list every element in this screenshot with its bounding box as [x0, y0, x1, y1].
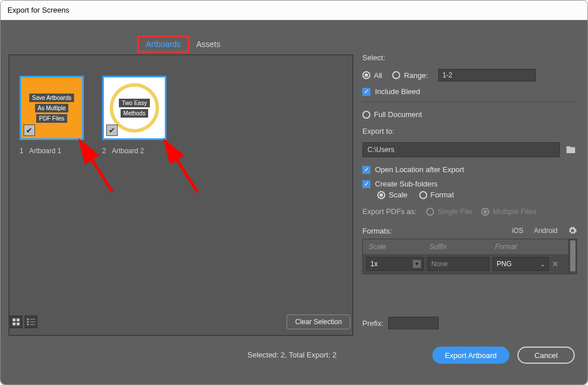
svg-rect-7 [30, 319, 35, 320]
artboard-thumb-2[interactable]: Two Easy Methods ✔ [102, 76, 167, 140]
scale-dropdown[interactable]: 1x ▼ [366, 257, 424, 271]
svg-rect-6 [27, 318, 29, 320]
folder-icon[interactable] [564, 145, 577, 155]
radio-dot-icon [362, 111, 370, 119]
col-scale-header: Scale [363, 239, 424, 254]
svg-rect-5 [17, 322, 20, 325]
radio-range-label: Range: [404, 71, 428, 80]
radio-dot-icon [481, 208, 489, 216]
checkbox-check-icon: ✓ [362, 180, 370, 188]
thumb-label: Artboard 1 [29, 147, 61, 155]
view-list-icon[interactable] [25, 316, 37, 328]
artboard-thumb-1[interactable]: Save Artboards As Multiple PDF Files ✔ [20, 76, 84, 140]
radio-pdf-multiple: Multiple Files [481, 207, 536, 216]
col-format-header: Format [489, 239, 547, 254]
pdf-multiple-label: Multiple Files [493, 207, 536, 216]
svg-rect-8 [27, 321, 29, 323]
col-suffix-header: Suffix [424, 239, 489, 254]
radio-dot-icon [377, 191, 385, 199]
prefix-input[interactable] [388, 317, 439, 329]
thumb-label: Artboard 2 [112, 147, 144, 155]
export-to-heading: Export to: [362, 127, 577, 135]
status-text: Selected: 2, Total Export: 2 [247, 351, 336, 359]
svg-rect-2 [13, 318, 16, 321]
suffix-value: None [431, 260, 448, 268]
radio-range[interactable]: Range: [392, 71, 428, 80]
radio-subfolder-format[interactable]: Format [419, 190, 454, 199]
thumb-selected-check-icon[interactable]: ✔ [24, 125, 35, 136]
thumb-text: As Multiple [35, 104, 69, 112]
radio-dot-icon [419, 191, 427, 199]
remove-format-button[interactable]: ✕ [549, 259, 562, 269]
thumb-selected-check-icon[interactable]: ✔ [106, 125, 118, 136]
thumb-text: Two Easy [119, 99, 149, 107]
subfolder-scale-label: Scale [389, 190, 408, 199]
scrollbar[interactable] [568, 239, 577, 274]
format-dropdown[interactable]: PNG ⌄ [493, 257, 549, 271]
checkbox-check-icon: ✓ [362, 166, 370, 174]
clear-selection-button[interactable]: Clear Selection [287, 314, 350, 329]
formats-table: Scale Suffix Format 1x ▼ None PNG ⌄ [362, 239, 577, 274]
svg-rect-4 [13, 322, 16, 325]
full-document-label: Full Document [374, 110, 422, 119]
formats-android-link[interactable]: Android [534, 227, 558, 235]
radio-all-label: All [374, 71, 382, 80]
formats-ios-link[interactable]: iOS [512, 227, 524, 235]
open-location-label: Open Location after Export [375, 165, 464, 174]
tab-assets[interactable]: Assets [189, 37, 227, 51]
radio-all[interactable]: All [362, 71, 382, 80]
scale-value: 1x [370, 260, 378, 268]
artboard-preview-pane: Save Artboards As Multiple PDF Files ✔ 1… [9, 55, 353, 336]
checkbox-open-location[interactable]: ✓ Open Location after Export [362, 165, 577, 174]
thumb-index: 1 [20, 147, 24, 155]
radio-dot-icon [426, 208, 434, 216]
chevron-down-icon: ⌄ [540, 261, 545, 267]
radio-full-document[interactable]: Full Document [362, 110, 577, 119]
radio-dot-icon [392, 71, 400, 79]
export-artboard-button[interactable]: Export Artboard [432, 347, 509, 364]
thumb-text: Save Artboards [29, 94, 74, 102]
export-path-box[interactable]: C:\Users [362, 142, 560, 157]
checkbox-create-subfolders[interactable]: ✓ Create Sub-folders [362, 180, 577, 188]
format-row: 1x ▼ None PNG ⌄ ✕ [363, 254, 568, 274]
range-input[interactable] [438, 69, 536, 81]
subfolder-format-label: Format [431, 190, 454, 199]
svg-rect-9 [30, 322, 35, 322]
checkbox-include-bleed[interactable]: ✓ Include Bleed [362, 87, 577, 96]
suffix-input[interactable]: None [427, 257, 489, 271]
select-heading: Select: [362, 53, 577, 62]
pdf-single-label: Single File [438, 207, 473, 216]
tab-artboards[interactable]: Artboards [137, 36, 189, 53]
radio-subfolder-scale[interactable]: Scale [377, 190, 408, 199]
view-grid-icon[interactable] [10, 316, 22, 328]
thumb-text: PDF Files [36, 114, 67, 123]
radio-pdf-single: Single File [426, 207, 473, 216]
format-value: PNG [497, 260, 512, 268]
thumb-index: 2 [102, 147, 106, 155]
svg-rect-10 [27, 324, 29, 325]
radio-dot-icon [362, 71, 370, 79]
cancel-button[interactable]: Cancel [517, 347, 575, 364]
include-bleed-label: Include Bleed [375, 87, 420, 96]
svg-rect-11 [30, 324, 35, 325]
checkbox-check-icon: ✓ [362, 88, 370, 96]
create-subfolders-label: Create Sub-folders [375, 180, 438, 188]
gear-icon[interactable] [568, 226, 577, 235]
window-title: Export for Screens [1, 1, 587, 20]
svg-rect-3 [17, 318, 20, 321]
prefix-label: Prefix: [362, 319, 384, 328]
formats-heading: Formats: [362, 227, 392, 235]
export-pdfs-as-label: Export PDFs as: [362, 207, 417, 216]
thumb-text: Methods [121, 109, 148, 118]
chevron-down-icon: ▼ [413, 260, 421, 268]
